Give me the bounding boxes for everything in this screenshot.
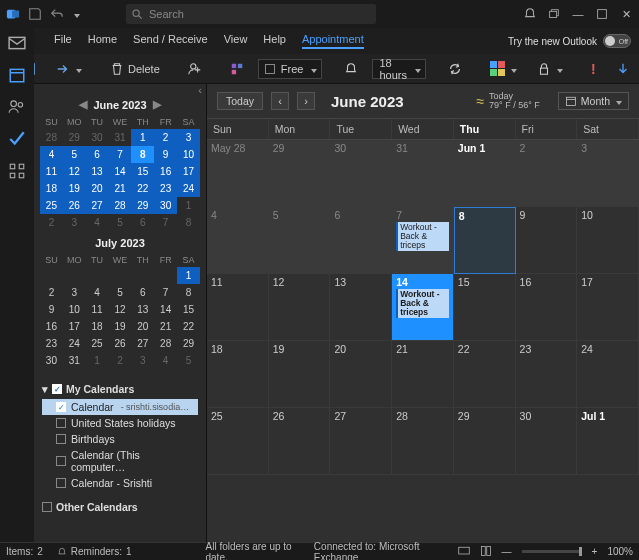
minical-day[interactable]: 4 [86, 284, 109, 301]
menu-help[interactable]: Help [263, 33, 286, 49]
day-cell[interactable]: 10 [577, 207, 639, 274]
day-cell[interactable]: 11 [207, 274, 269, 341]
minical-day[interactable]: 4 [40, 146, 63, 163]
day-cell[interactable]: 8 [454, 207, 516, 274]
minical-day[interactable]: 1 [86, 352, 109, 369]
save-icon[interactable] [28, 7, 42, 21]
day-cell[interactable]: 13 [330, 274, 392, 341]
minical-day[interactable]: 27 [131, 335, 154, 352]
calendar-entry[interactable]: ✓Calendar - srishti.sisodia… [42, 399, 198, 415]
day-cell[interactable]: 6 [330, 207, 392, 274]
minical-day[interactable]: 3 [63, 284, 86, 301]
minical-day[interactable]: 29 [177, 335, 200, 352]
minical-day[interactable]: 9 [154, 146, 177, 163]
importance-high-button[interactable]: ! [585, 58, 602, 80]
day-cell[interactable]: 26 [269, 408, 331, 475]
minical-day[interactable]: 30 [86, 129, 109, 146]
minical-day[interactable] [131, 267, 154, 284]
minical-day[interactable]: 13 [86, 163, 109, 180]
try-new-toggle[interactable]: Off [603, 34, 631, 48]
minical-day[interactable]: 1 [177, 197, 200, 214]
minical-day[interactable]: 21 [109, 180, 132, 197]
day-cell[interactable]: 23 [516, 341, 578, 408]
day-cell[interactable]: 27 [330, 408, 392, 475]
minical-day[interactable]: 15 [177, 301, 200, 318]
minical-day[interactable]: 26 [63, 197, 86, 214]
event[interactable]: Workout - Back & triceps [396, 289, 449, 318]
day-cell[interactable]: 22 [454, 341, 516, 408]
minical-day[interactable]: 4 [154, 352, 177, 369]
my-calendars-group[interactable]: ▾✓My Calendars [42, 383, 198, 395]
display-settings-icon[interactable] [458, 545, 470, 559]
menu-file[interactable]: File [54, 33, 72, 49]
minical-day[interactable]: 8 [177, 214, 200, 231]
minical-day[interactable]: 17 [177, 163, 200, 180]
minical-day[interactable]: 23 [154, 180, 177, 197]
minical-day[interactable]: 21 [154, 318, 177, 335]
day-cell[interactable]: 16 [516, 274, 578, 341]
minical-day[interactable]: 2 [154, 129, 177, 146]
day-cell[interactable]: 2 [516, 140, 578, 207]
day-cell[interactable]: 18 [207, 341, 269, 408]
minical-prev[interactable]: ◀ [79, 98, 87, 111]
maximize-icon[interactable] [595, 7, 609, 21]
minical-day[interactable]: 28 [154, 335, 177, 352]
day-cell[interactable]: 29 [454, 408, 516, 475]
forward-button[interactable] [50, 59, 88, 79]
categorize-button[interactable] [224, 59, 250, 79]
minical-day[interactable]: 6 [86, 146, 109, 163]
zoom-slider[interactable] [522, 550, 582, 553]
minical-day[interactable]: 12 [109, 301, 132, 318]
minical-day[interactable]: 24 [177, 180, 200, 197]
day-cell[interactable]: 19 [269, 341, 331, 408]
recurrence-button[interactable] [442, 59, 468, 79]
minical-day[interactable]: 15 [131, 163, 154, 180]
day-cell[interactable]: 7Workout - Back & triceps [392, 207, 454, 274]
minical-day[interactable]: 11 [40, 163, 63, 180]
minical-day[interactable]: 14 [154, 301, 177, 318]
minical-next[interactable]: ▶ [153, 98, 161, 111]
minical-day[interactable]: 16 [154, 163, 177, 180]
minical-day[interactable]: 10 [63, 301, 86, 318]
minical-day[interactable]: 8 [177, 284, 200, 301]
reminder-select[interactable]: 18 hours [372, 59, 426, 79]
minical-day[interactable]: 22 [177, 318, 200, 335]
private-button[interactable] [531, 59, 569, 79]
calendar-entry[interactable]: United States holidays [42, 415, 198, 431]
minical-day[interactable]: 6 [131, 214, 154, 231]
day-cell[interactable]: 24 [577, 341, 639, 408]
mail-icon[interactable] [8, 34, 26, 52]
minical-day[interactable]: 20 [86, 180, 109, 197]
calendar-entry[interactable]: Birthdays [42, 431, 198, 447]
day-cell[interactable]: 4 [207, 207, 269, 274]
day-cell[interactable]: 30 [330, 140, 392, 207]
prev-month-button[interactable]: ‹ [271, 92, 289, 110]
day-cell[interactable]: 29 [269, 140, 331, 207]
minical-day[interactable]: 6 [131, 284, 154, 301]
minical-day[interactable]: 30 [40, 352, 63, 369]
day-cell[interactable]: 30 [516, 408, 578, 475]
minical-day[interactable]: 26 [109, 335, 132, 352]
minical-day[interactable]: 25 [40, 197, 63, 214]
day-cell[interactable]: 15 [454, 274, 516, 341]
minical-day[interactable]: 5 [109, 284, 132, 301]
calendar-entry[interactable]: Calendar - Srishti [42, 475, 198, 491]
minical-day[interactable]: 13 [131, 301, 154, 318]
minical-day[interactable]: 5 [109, 214, 132, 231]
minical-day[interactable]: 29 [63, 129, 86, 146]
next-month-button[interactable]: › [297, 92, 315, 110]
minical-day[interactable] [86, 267, 109, 284]
day-cell[interactable]: 3 [577, 140, 639, 207]
calendar-entry[interactable]: Calendar (This computer… [42, 447, 198, 475]
search-box[interactable]: Search [126, 4, 376, 24]
minimize-icon[interactable]: — [571, 7, 585, 21]
delete-button[interactable]: Delete [104, 59, 166, 79]
minical-day[interactable]: 2 [40, 214, 63, 231]
minical-day[interactable]: 7 [109, 146, 132, 163]
today-button[interactable]: Today [217, 92, 263, 110]
more-apps-icon[interactable] [8, 162, 26, 180]
undo-icon[interactable] [50, 7, 64, 21]
minical-day[interactable]: 1 [177, 267, 200, 284]
minical-day[interactable]: 29 [131, 197, 154, 214]
minical-day[interactable]: 11 [86, 301, 109, 318]
